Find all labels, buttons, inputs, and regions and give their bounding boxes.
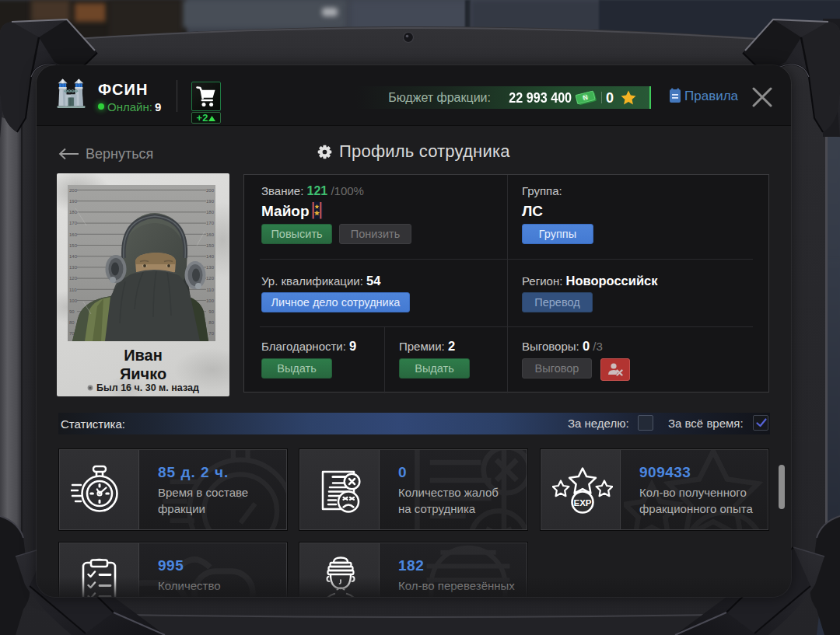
- svg-text:180: 180: [69, 210, 78, 215]
- svg-text:100: 100: [69, 298, 78, 303]
- svg-text:90: 90: [208, 309, 214, 314]
- svg-text:150: 150: [69, 243, 78, 248]
- svg-text:200: 200: [69, 188, 78, 193]
- svg-text:190: 190: [69, 199, 78, 204]
- svg-text:150: 150: [206, 243, 215, 248]
- svg-text:90: 90: [69, 309, 75, 314]
- svg-text:130: 130: [206, 265, 215, 270]
- svg-text:70: 70: [208, 331, 214, 336]
- svg-text:120: 120: [206, 276, 215, 281]
- svg-text:160: 160: [69, 232, 78, 237]
- svg-text:170: 170: [69, 221, 78, 225]
- svg-text:140: 140: [69, 254, 78, 259]
- svg-text:140: 140: [206, 254, 215, 259]
- svg-text:160: 160: [206, 232, 215, 237]
- svg-text:100: 100: [206, 298, 215, 303]
- svg-text:180: 180: [206, 210, 215, 215]
- svg-text:80: 80: [69, 320, 75, 325]
- svg-text:170: 170: [206, 221, 215, 225]
- svg-text:130: 130: [69, 265, 78, 270]
- svg-text:200: 200: [206, 188, 215, 193]
- svg-text:80: 80: [208, 320, 214, 325]
- svg-text:120: 120: [69, 276, 78, 281]
- svg-text:110: 110: [206, 288, 214, 292]
- svg-text:110: 110: [69, 288, 77, 292]
- svg-text:190: 190: [206, 199, 215, 204]
- svg-text:EXP: EXP: [573, 498, 591, 508]
